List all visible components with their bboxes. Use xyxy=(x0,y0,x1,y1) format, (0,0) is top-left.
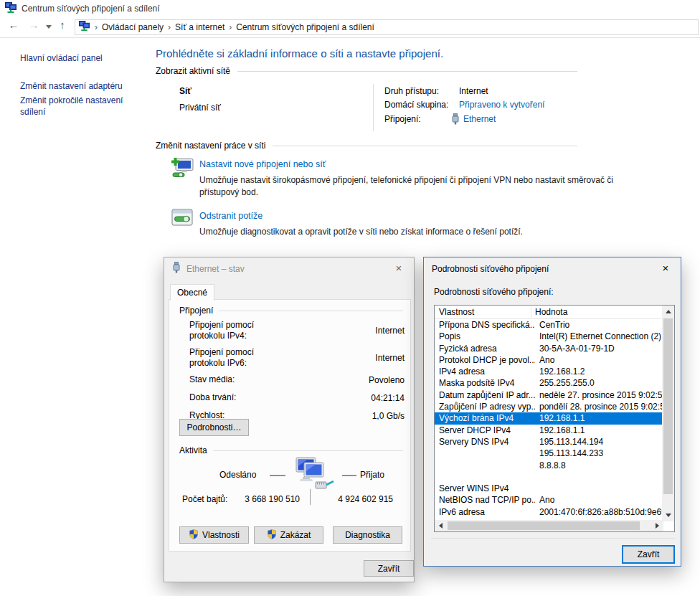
breadcrumb-separator-icon[interactable]: › xyxy=(166,22,172,32)
breadcrumb-item[interactable]: Síť a internet xyxy=(175,22,224,32)
status-tab-page: Připojení Připojení pomocíprotokolu IPv4… xyxy=(169,299,411,552)
table-row[interactable]: Protokol DHCP je povol...Ano xyxy=(435,354,663,366)
ethernet-plug-icon xyxy=(172,262,181,275)
table-row[interactable]: Server WINS IPv4 xyxy=(435,483,663,494)
scroll-down-button[interactable] xyxy=(662,509,674,521)
table-row[interactable]: 8.8.8.8 xyxy=(435,460,663,471)
forward-button[interactable]: → xyxy=(26,19,42,31)
network-kind: Privátní síť xyxy=(179,103,221,113)
vertical-scrollbar[interactable] xyxy=(662,306,674,521)
ethernet-link[interactable]: Ethernet xyxy=(463,114,496,124)
activity-group-label: Aktivita xyxy=(179,445,207,455)
diagnose-button[interactable]: Diagnostika xyxy=(333,526,402,544)
sidebar-item[interactable]: Změnit pokročilé nastavení sdílení xyxy=(20,95,143,118)
status-close-button[interactable]: Zavřít xyxy=(364,560,414,577)
connection-label: Připojení: xyxy=(384,114,421,124)
uac-shield-icon xyxy=(267,529,277,541)
tab-general[interactable]: Obecné xyxy=(170,284,214,301)
horizontal-scrollbar[interactable] xyxy=(435,520,663,531)
table-row[interactable]: Maska podsítě IPv4255.255.255.0 xyxy=(435,377,663,389)
horizontal-scroll-thumb[interactable] xyxy=(448,521,640,530)
table-row[interactable]: IPv6 adresa2001:470:6f:826:a88b:510d:9e6… xyxy=(435,506,663,518)
sidebar-item[interactable]: Změnit nastavení adaptéru xyxy=(20,80,143,92)
homegroup-label: Domácí skupina: xyxy=(384,100,448,110)
breadcrumb-separator-icon[interactable]: › xyxy=(227,22,233,32)
access-type-value: Internet xyxy=(459,86,488,96)
section-divider xyxy=(237,71,577,72)
task-troubleshoot-link[interactable]: Odstranit potíže xyxy=(199,211,262,221)
address-bar[interactable]: ›Ovládací panely›Síť a internet›Centrum … xyxy=(75,19,699,35)
row-value: 30-5A-3A-01-79-1D xyxy=(535,343,663,354)
details-table-header[interactable]: Vlastnost Hodnota xyxy=(435,306,674,319)
scroll-up-button[interactable] xyxy=(662,306,674,318)
row-property: NetBIOS nad TCP/IP po... xyxy=(435,494,535,506)
row-property: Fyzická adresa xyxy=(435,343,535,354)
details-table: Vlastnost Hodnota Přípona DNS specifická… xyxy=(434,305,675,532)
app-icon xyxy=(5,2,16,16)
breadcrumb-item[interactable]: Ovládací panely xyxy=(102,22,164,32)
column-header-value[interactable]: Hodnota xyxy=(535,307,567,317)
activity-dash xyxy=(270,475,285,476)
activity-group-header: Aktivita xyxy=(179,445,403,455)
breadcrumb-item[interactable]: Centrum síťových připojení a sdílení xyxy=(236,22,374,32)
status-row-label: Doba trvání: xyxy=(189,392,236,403)
back-button[interactable]: ← xyxy=(6,19,22,31)
table-row[interactable]: Servery DNS IPv4195.113.144.194 xyxy=(435,436,663,448)
details-button[interactable]: Podrobnosti… xyxy=(179,419,249,436)
row-property: IPv6 adresa xyxy=(435,506,535,518)
homegroup-link[interactable]: Připraveno k vytvoření xyxy=(459,100,544,110)
row-value xyxy=(535,483,663,494)
table-row[interactable] xyxy=(435,471,663,483)
row-value: Intel(R) Ethernet Connection (2) I219-V xyxy=(535,331,663,342)
diagnose-button-label: Diagnostika xyxy=(345,530,390,540)
status-dialog-titlebar[interactable]: Ethernet – stav xyxy=(164,257,414,280)
status-row-value: 1,0 Gb/s xyxy=(372,411,405,421)
status-row: Připojení pomocíprotokolu IPv4:Internet xyxy=(189,320,405,341)
vertical-scroll-thumb[interactable] xyxy=(663,318,673,494)
sidebar-item[interactable]: Hlavní ovládací panel xyxy=(20,52,143,64)
row-property: Přípona DNS specifická... xyxy=(435,319,535,331)
breadcrumb-separator-icon[interactable]: › xyxy=(93,22,99,32)
close-icon[interactable]: × xyxy=(384,257,414,278)
history-chevron-icon[interactable] xyxy=(46,25,52,29)
window-titlebar[interactable]: Centrum síťových připojení a sdílení xyxy=(0,0,700,17)
scroll-right-button[interactable] xyxy=(651,520,663,531)
table-row[interactable]: PopisIntel(R) Ethernet Connection (2) I2… xyxy=(435,331,663,342)
details-dialog-title: Podrobnosti síťového připojení xyxy=(432,264,549,274)
scroll-left-button[interactable] xyxy=(435,520,447,531)
details-dialog-titlebar[interactable]: Podrobnosti síťového připojení xyxy=(424,257,681,280)
task-new-connection-link[interactable]: Nastavit nové připojení nebo síť xyxy=(199,159,326,169)
column-divider[interactable] xyxy=(531,307,531,318)
breadcrumb: ›Ovládací panely›Síť a internet›Centrum … xyxy=(93,22,374,32)
table-row[interactable]: IPv4 adresa192.168.1.2 xyxy=(435,366,663,377)
network-card-divider xyxy=(373,84,374,131)
status-dialog-title: Ethernet – stav xyxy=(186,264,245,274)
status-row-label: Připojení pomocíprotokolu IPv6: xyxy=(189,347,254,369)
activity-dash xyxy=(342,475,356,476)
row-property: Datum zapůjčení IP adr... xyxy=(435,389,535,401)
table-row[interactable]: Server DHCP IPv4192.168.1.1 xyxy=(435,425,663,436)
row-value: 195.113.144.233 xyxy=(535,448,663,459)
row-value xyxy=(535,471,663,483)
column-header-property[interactable]: Vlastnost xyxy=(439,307,474,317)
details-close-button[interactable]: Zavřít xyxy=(622,545,675,564)
table-row[interactable]: Fyzická adresa30-5A-3A-01-79-1D xyxy=(435,343,663,354)
up-button[interactable]: ↑ xyxy=(55,19,70,31)
properties-button[interactable]: Vlastnosti xyxy=(179,526,249,544)
status-row-value: Povoleno xyxy=(369,375,405,385)
ethernet-plug-icon xyxy=(451,113,460,127)
status-row: Stav média:Povoleno xyxy=(189,374,405,385)
connection-group-label: Připojení xyxy=(179,306,213,316)
table-row[interactable]: NetBIOS nad TCP/IP po...Ano xyxy=(435,494,663,506)
disable-button[interactable]: Zakázat xyxy=(254,526,323,544)
table-row[interactable]: Datum zapůjčení IP adr...neděle 27. pros… xyxy=(435,389,663,401)
right-arrow-icon xyxy=(656,523,659,529)
table-row[interactable]: 195.113.144.233 xyxy=(435,448,663,459)
table-row[interactable]: Výchozí brána IPv4192.168.1.1 xyxy=(435,412,663,424)
table-row[interactable]: Zapůjčení IP adresy vyp...pondělí 28. pr… xyxy=(435,401,663,412)
close-icon[interactable]: × xyxy=(651,257,681,278)
disable-button-label: Zakázat xyxy=(280,530,311,540)
row-property xyxy=(435,460,535,471)
row-value: CenTrio xyxy=(535,319,663,331)
table-row[interactable]: Přípona DNS specifická...CenTrio xyxy=(435,319,663,331)
